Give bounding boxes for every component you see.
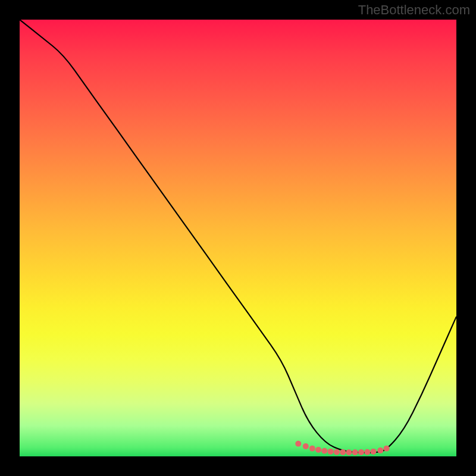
curve-svg bbox=[20, 20, 456, 456]
highlight-dot bbox=[321, 448, 327, 454]
plot-area bbox=[20, 20, 456, 456]
highlight-dot bbox=[377, 447, 383, 453]
highlight-dot bbox=[340, 449, 346, 455]
highlight-dot bbox=[295, 441, 301, 447]
bottleneck-curve-path bbox=[20, 20, 456, 453]
highlight-dot bbox=[358, 449, 364, 455]
highlight-dot bbox=[328, 449, 334, 455]
highlight-dots bbox=[295, 441, 389, 456]
highlight-dot bbox=[315, 447, 321, 453]
highlight-dot bbox=[352, 449, 358, 455]
highlight-dot bbox=[371, 449, 377, 455]
highlight-dot bbox=[384, 446, 390, 452]
highlight-dot bbox=[364, 449, 370, 455]
highlight-dot bbox=[334, 449, 340, 455]
highlight-dot bbox=[303, 443, 309, 449]
highlight-dot bbox=[309, 446, 315, 452]
highlight-dot bbox=[346, 449, 352, 455]
watermark-text: TheBottleneck.com bbox=[358, 2, 470, 18]
